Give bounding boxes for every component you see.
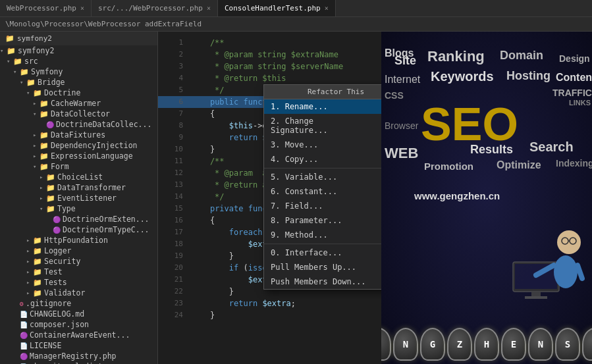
line-number: 12	[163, 167, 183, 179]
menu-item-label: Push Members Down...	[271, 277, 366, 286]
tree-item[interactable]: ▾📁Type	[0, 203, 157, 214]
tree-item[interactable]: ⚙.gitignore	[0, 298, 157, 309]
tree-item[interactable]: ▸📁CacheWarmer	[0, 98, 157, 109]
svg-text:Internet: Internet	[385, 74, 421, 85]
refactor-menu-item[interactable]: 9. Method...⌥⌘M	[264, 228, 381, 242]
menu-item-label: 0. Interface...	[271, 248, 342, 257]
tree-item[interactable]: ▸📁ChoiceList	[0, 172, 157, 182]
code-line: 1 /**	[158, 37, 381, 49]
tree-item[interactable]: ▾📁src	[0, 56, 157, 66]
tree-item[interactable]: ▸📁EventListener	[0, 193, 157, 203]
refactor-menu-item[interactable]: 0. Interface...	[264, 246, 381, 260]
tree-item[interactable]: 📄LICENSE	[0, 340, 157, 351]
tree-item[interactable]: ▾📁Symfony	[0, 66, 157, 77]
line-number: 19	[163, 250, 183, 262]
tree-item[interactable]: ▸📁ExpressionLanguage	[0, 151, 157, 161]
svg-text:Promotion: Promotion	[424, 161, 473, 172]
project-header: 📁 symfony2	[0, 32, 157, 45]
tab-webprocessor[interactable]: WebProcessor.php ×	[0, 0, 92, 16]
line-number: 15	[163, 203, 183, 215]
tab-src-webprocessor[interactable]: src/.../WebProcessor.php ×	[92, 0, 218, 16]
tree-item-label: DataTransformer	[57, 183, 126, 192]
bulb-letters: GENGZHENSEO	[385, 328, 589, 361]
tree-item-label: Symfony	[31, 67, 63, 76]
tree-item[interactable]: ▸📁HttpFoundation	[0, 235, 157, 246]
refactor-menu-item[interactable]: Push Members Down...	[264, 274, 381, 289]
svg-text:Design: Design	[559, 53, 590, 64]
line-number: 13	[163, 179, 183, 191]
tree-item[interactable]: 🟣ManagerRegistry.php	[0, 351, 157, 361]
line-number: 5	[163, 84, 183, 96]
refactor-menu-item[interactable]: 2. Change Signature...⌘F6	[264, 114, 381, 138]
svg-text:WEB: WEB	[385, 145, 418, 161]
tab-bar: WebProcessor.php × src/.../WebProcessor.…	[0, 0, 592, 17]
svg-text:Optimize: Optimize	[497, 159, 541, 170]
tree-item[interactable]: 📄CHANGELOG.md	[0, 309, 157, 319]
tree-item[interactable]: ▾📁DataCollector	[0, 109, 157, 119]
refactor-menu-item[interactable]: 7. Field...⌥⌘F	[264, 199, 381, 213]
tree-item-label: CacheWarmer	[51, 99, 101, 108]
tree-item[interactable]: ▸📁DataFixtures	[0, 130, 157, 140]
tree-item-label: Security	[44, 257, 80, 266]
line-number: 6	[163, 96, 183, 108]
code-text: * @param string $serverName	[191, 61, 376, 72]
code-text: /**	[191, 37, 376, 49]
tree-item-label: ContainerAwareEvent...	[30, 330, 130, 340]
menu-divider	[264, 244, 381, 244]
refactor-menu-item[interactable]: 5. Variable...⌥⌘V	[264, 170, 381, 184]
seo-area: Site Ranking Domain Design Blogs Interne…	[381, 32, 592, 364]
svg-text:Ranking: Ranking	[427, 48, 485, 65]
tree-item-label: CHANGELOG.md	[30, 309, 84, 319]
tree-item[interactable]: 📄phpunit.xml.dist	[0, 361, 157, 364]
tree-item[interactable]: ▸📁Test	[0, 267, 157, 277]
refactor-menu-item[interactable]: Pull Members Up...	[264, 260, 381, 274]
refactor-title: Refactor This	[264, 85, 381, 99]
tree-item-label: Doctrine	[44, 88, 80, 97]
tree-item[interactable]: 🟣DoctrineOrmExten...	[0, 214, 157, 224]
tree-item[interactable]: ▾📁Doctrine	[0, 88, 157, 98]
tree-item[interactable]: ▸📁Validator	[0, 288, 157, 298]
tree-item[interactable]: ▸📁Tests	[0, 277, 157, 288]
tree-item[interactable]: ▸📁Logger	[0, 246, 157, 256]
breadcrumb: \Monolog\Processor\WebProcessor addExtra…	[0, 17, 592, 32]
refactor-menu-item[interactable]: 6. Constant...⌥⌘C	[264, 184, 381, 199]
tree-item[interactable]: ▾📁Form	[0, 161, 157, 172]
tree-item-label: Validator	[44, 288, 85, 298]
code-editor[interactable]: 1 /**2 * @param string $extraName3 * @pa…	[158, 32, 381, 364]
tree-item[interactable]: ▸📁Security	[0, 256, 157, 267]
svg-text:www.gengzhen.cn: www.gengzhen.cn	[414, 190, 500, 201]
refactor-popup: Refactor This 1. Rename...⇧F62. Change S…	[263, 84, 381, 290]
code-text: return $extra;	[191, 298, 376, 309]
tree-item[interactable]: 🟣ContainerAwareEvent...	[0, 330, 157, 340]
tab-consolehandler[interactable]: ConsoleHandlerTest.php ×	[218, 0, 336, 16]
tree-item[interactable]: 🟣DoctrineDataCollec...	[0, 119, 157, 130]
tree-item[interactable]: ▾📁symfony2	[0, 45, 157, 56]
tree-item[interactable]: ▸📁DataTransformer	[0, 182, 157, 193]
project-name: symfony2	[17, 34, 52, 43]
menu-item-label: 6. Constant...	[271, 187, 337, 196]
line-number: 7	[163, 108, 183, 120]
line-number: 23	[163, 298, 183, 309]
tree-item[interactable]: 🟣DoctrineOrmTypeC...	[0, 224, 157, 235]
menu-item-label: 5. Variable...	[271, 172, 337, 182]
tree-item-label: Type	[57, 204, 76, 213]
tree-item[interactable]: ▾📁Bridge	[0, 77, 157, 88]
refactor-menu-item[interactable]: 4. Copy...F5	[264, 152, 381, 167]
tree-item[interactable]: ▸📁DependencyInjection	[0, 140, 157, 151]
svg-text:Indexing: Indexing	[556, 158, 592, 169]
refactor-menu-item[interactable]: 8. Parameter...⌥⌘P	[264, 213, 381, 228]
tree-item[interactable]: 📄composer.json	[0, 319, 157, 330]
svg-text:Domain: Domain	[500, 49, 543, 62]
svg-text:CSS: CSS	[385, 90, 404, 101]
menu-item-label: 8. Parameter...	[271, 216, 342, 225]
tab-label: ConsoleHandlerTest.php	[225, 4, 321, 13]
tree-item-label: Logger	[44, 246, 72, 255]
project-icon: 📁	[5, 34, 14, 43]
refactor-menu-item[interactable]: 3. Move...F6	[264, 138, 381, 152]
close-icon[interactable]: ×	[80, 5, 84, 12]
refactor-menu-item[interactable]: 1. Rename...⇧F6	[264, 99, 381, 114]
close-icon[interactable]: ×	[207, 5, 211, 12]
tree-item-label: DoctrineDataCollec...	[56, 120, 151, 129]
tree-item-label: ExpressionLanguage	[51, 151, 133, 161]
close-icon[interactable]: ×	[325, 5, 329, 12]
